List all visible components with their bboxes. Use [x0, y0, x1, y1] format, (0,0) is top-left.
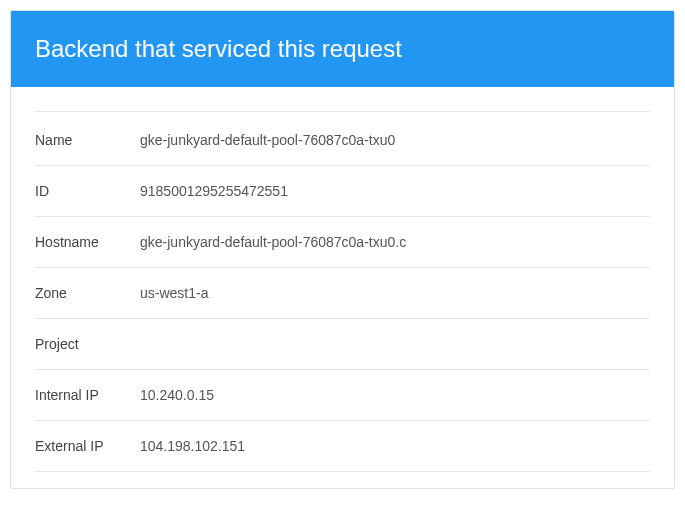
card-header: Backend that serviced this request: [11, 11, 674, 87]
row-id: ID 9185001295255472551: [35, 166, 650, 217]
row-project: Project: [35, 319, 650, 370]
label-hostname: Hostname: [35, 234, 140, 250]
card-body: Name gke-junkyard-default-pool-76087c0a-…: [11, 87, 674, 488]
row-internal-ip: Internal IP 10.240.0.15: [35, 370, 650, 421]
row-external-ip: External IP 104.198.102.151: [35, 421, 650, 472]
row-hostname: Hostname gke-junkyard-default-pool-76087…: [35, 217, 650, 268]
value-internal-ip: 10.240.0.15: [140, 387, 214, 403]
value-zone: us-west1-a: [140, 285, 208, 301]
backend-info-card: Backend that serviced this request Name …: [10, 10, 675, 489]
label-zone: Zone: [35, 285, 140, 301]
label-internal-ip: Internal IP: [35, 387, 140, 403]
value-external-ip: 104.198.102.151: [140, 438, 245, 454]
row-zone: Zone us-west1-a: [35, 268, 650, 319]
label-project: Project: [35, 336, 140, 352]
card-title: Backend that serviced this request: [35, 35, 402, 62]
value-id: 9185001295255472551: [140, 183, 288, 199]
value-name: gke-junkyard-default-pool-76087c0a-txu0: [140, 132, 395, 148]
value-hostname: gke-junkyard-default-pool-76087c0a-txu0.…: [140, 234, 406, 250]
row-name: Name gke-junkyard-default-pool-76087c0a-…: [35, 111, 650, 166]
label-id: ID: [35, 183, 140, 199]
label-external-ip: External IP: [35, 438, 140, 454]
label-name: Name: [35, 132, 140, 148]
